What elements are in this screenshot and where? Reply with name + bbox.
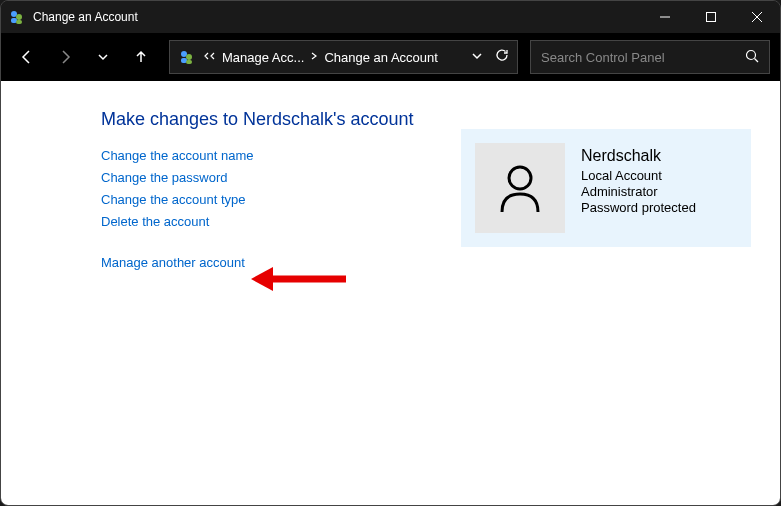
action-list: Change the account name Change the passw… bbox=[101, 148, 421, 270]
chevron-left-icon[interactable] bbox=[204, 51, 216, 63]
chevron-right-icon bbox=[310, 51, 318, 63]
search-box[interactable] bbox=[530, 40, 770, 74]
manage-another-link[interactable]: Manage another account bbox=[101, 255, 421, 270]
address-dropdown[interactable] bbox=[471, 48, 483, 66]
back-button[interactable] bbox=[11, 41, 43, 73]
up-button[interactable] bbox=[125, 41, 157, 73]
actions-column: Make changes to Nerdschalk's account Cha… bbox=[101, 109, 421, 505]
account-info: Nerdschalk Local Account Administrator P… bbox=[581, 143, 696, 233]
titlebar: Change an Account bbox=[1, 1, 780, 33]
page-heading: Make changes to Nerdschalk's account bbox=[101, 109, 421, 130]
user-accounts-icon bbox=[9, 9, 25, 25]
svg-point-1 bbox=[16, 14, 22, 20]
svg-point-8 bbox=[181, 51, 187, 57]
account-type: Local Account bbox=[581, 168, 696, 183]
breadcrumb-change[interactable]: Change an Account bbox=[324, 50, 437, 65]
window-title: Change an Account bbox=[33, 10, 642, 24]
svg-point-14 bbox=[509, 167, 531, 189]
close-button[interactable] bbox=[734, 1, 780, 33]
refresh-button[interactable] bbox=[495, 48, 509, 66]
address-bar[interactable]: Manage Acc... Change an Account bbox=[169, 40, 518, 74]
change-type-link[interactable]: Change the account type bbox=[101, 192, 421, 207]
account-name: Nerdschalk bbox=[581, 147, 696, 165]
account-role: Administrator bbox=[581, 184, 696, 199]
svg-rect-11 bbox=[186, 60, 192, 64]
breadcrumb-manage[interactable]: Manage Acc... bbox=[222, 50, 304, 65]
breadcrumb: Manage Acc... Change an Account bbox=[204, 50, 438, 65]
content-area: Make changes to Nerdschalk's account Cha… bbox=[1, 81, 780, 505]
svg-rect-5 bbox=[707, 13, 716, 22]
svg-rect-3 bbox=[16, 20, 22, 24]
user-accounts-icon bbox=[178, 48, 196, 66]
minimize-button[interactable] bbox=[642, 1, 688, 33]
delete-account-link[interactable]: Delete the account bbox=[101, 214, 421, 229]
navbar: Manage Acc... Change an Account bbox=[1, 33, 780, 81]
change-name-link[interactable]: Change the account name bbox=[101, 148, 421, 163]
forward-button[interactable] bbox=[49, 41, 81, 73]
recent-dropdown[interactable] bbox=[87, 41, 119, 73]
account-card[interactable]: Nerdschalk Local Account Administrator P… bbox=[461, 129, 751, 247]
svg-point-0 bbox=[11, 11, 17, 17]
search-input[interactable] bbox=[541, 50, 745, 65]
window-controls bbox=[642, 1, 780, 33]
svg-point-12 bbox=[747, 50, 756, 59]
svg-point-9 bbox=[186, 54, 192, 60]
search-icon[interactable] bbox=[745, 49, 759, 66]
avatar bbox=[475, 143, 565, 233]
change-password-link[interactable]: Change the password bbox=[101, 170, 421, 185]
maximize-button[interactable] bbox=[688, 1, 734, 33]
account-protection: Password protected bbox=[581, 200, 696, 215]
svg-line-13 bbox=[755, 58, 759, 62]
